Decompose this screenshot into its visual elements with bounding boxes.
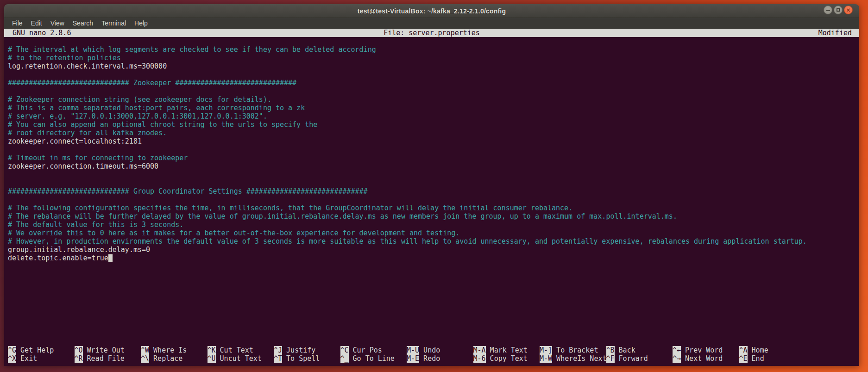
editor-line bbox=[8, 195, 859, 204]
shortcut-label: End bbox=[748, 354, 764, 363]
shortcut-label: To Bracket bbox=[552, 346, 598, 354]
editor-lines[interactable]: # The interval at which log segments are… bbox=[4, 45, 859, 262]
editor-line: group.initial.rebalance.delay.ms=0 bbox=[8, 246, 859, 254]
shortcut-label: WhereIs Next bbox=[552, 354, 606, 363]
menu-item-file[interactable]: File bbox=[8, 18, 27, 29]
shortcut-label: Back bbox=[615, 346, 635, 354]
minimize-icon bbox=[826, 10, 830, 11]
shortcut-uncut-text: ^U Uncut Text bbox=[208, 354, 274, 363]
shortcut-label: Read File bbox=[83, 354, 125, 363]
shortcut-read-file: ^R Read File bbox=[75, 354, 141, 363]
shortcut-label: Next Word bbox=[681, 354, 723, 363]
shortcut-label: Where Is bbox=[149, 346, 187, 354]
shortcut-key: ^B bbox=[606, 346, 615, 354]
shortcut-key: ^R bbox=[75, 354, 83, 363]
shortcut-home: ^A Home bbox=[739, 346, 806, 354]
shortcut-row-top: ^G Get Help^O Write Out^W Where Is^K Cut… bbox=[8, 346, 859, 354]
menu-item-view[interactable]: View bbox=[46, 18, 69, 29]
editor-line: # The default value for this is 3 second… bbox=[8, 221, 859, 229]
shortcut-key: M-6 bbox=[473, 354, 486, 363]
shortcut-key: M-W bbox=[540, 354, 552, 363]
shortcut-label: Cur Pos bbox=[349, 346, 382, 354]
terminal-screen[interactable]: GNU nano 2.8.6 File: server.properties M… bbox=[4, 29, 859, 366]
editor-line bbox=[8, 145, 859, 154]
shortcut-write-out: ^O Write Out bbox=[75, 346, 141, 354]
terminal-window: test@test-VirtualBox: ~/kafka_2.12-2.1.0… bbox=[4, 4, 859, 366]
window-titlebar[interactable]: test@test-VirtualBox: ~/kafka_2.12-2.1.0… bbox=[4, 4, 859, 18]
shortcut-redo: M-E Redo bbox=[407, 354, 473, 363]
shortcut-key: M-U bbox=[407, 346, 419, 354]
shortcut-key: ^X bbox=[8, 354, 16, 363]
shortcut-label: Prev Word bbox=[681, 346, 723, 354]
editor-line bbox=[8, 87, 859, 95]
shortcut-label: Write Out bbox=[83, 346, 125, 354]
shortcut-key: M-E bbox=[407, 354, 419, 363]
shortcut-key: ^K bbox=[208, 346, 216, 354]
shortcut-label: Exit bbox=[16, 354, 37, 363]
text-cursor bbox=[108, 254, 113, 262]
nano-filename: File: server.properties bbox=[4, 29, 859, 37]
shortcut-key: ^\ bbox=[141, 354, 149, 363]
shortcut-key: M-A bbox=[473, 346, 486, 354]
shortcut-replace: ^\ Replace bbox=[141, 354, 208, 363]
shortcut-to-bracket: M-] To Bracket bbox=[540, 346, 606, 354]
shortcut-label: Undo bbox=[419, 346, 440, 354]
editor-line: # server. e.g. "127.0.0.1:3000,127.0.0.1… bbox=[8, 112, 859, 120]
maximize-button[interactable] bbox=[834, 6, 843, 14]
shortcut-label: Copy Text bbox=[486, 354, 528, 363]
shortcut-key: ^C bbox=[340, 346, 349, 354]
shortcut-undo: M-U Undo bbox=[407, 346, 473, 354]
shortcut-end: ^E End bbox=[739, 354, 806, 363]
shortcut-key: ^→ bbox=[673, 354, 681, 363]
editor-empty-area[interactable] bbox=[4, 262, 859, 346]
minimize-button[interactable] bbox=[824, 6, 832, 14]
shortcut-key: ^E bbox=[739, 354, 748, 363]
menu-item-edit[interactable]: Edit bbox=[27, 18, 46, 29]
shortcut-row-bottom: ^X Exit^R Read File^\ Replace^U Uncut Te… bbox=[8, 354, 859, 363]
menu-bar: FileEditViewSearchTerminalHelp bbox=[4, 18, 859, 29]
editor-line: # This is a comma separated host:port pa… bbox=[8, 104, 859, 112]
shortcut-prev-word: ^← Prev Word bbox=[673, 346, 739, 354]
editor-line bbox=[8, 170, 859, 179]
close-icon: ✕ bbox=[846, 7, 850, 13]
shortcut-exit: ^X Exit bbox=[8, 354, 75, 363]
shortcut-copy-text: M-6 Copy Text bbox=[473, 354, 540, 363]
shortcut-label: Uncut Text bbox=[216, 354, 262, 363]
editor-line: # The rebalance will be further delayed … bbox=[8, 212, 859, 221]
menu-item-search[interactable]: Search bbox=[69, 18, 97, 29]
nano-shortcut-bar: ^G Get Help^O Write Out^W Where Is^K Cut… bbox=[4, 346, 859, 363]
editor-line: # The interval at which log segments are… bbox=[8, 45, 859, 54]
editor-line: # You can also append an optional chroot… bbox=[8, 120, 859, 129]
editor-line: # root directory for all kafka znodes. bbox=[8, 129, 859, 137]
shortcut-key: ^F bbox=[606, 354, 615, 363]
shortcut-key: ^_ bbox=[340, 354, 349, 363]
editor-line: delete.topic.enable=true bbox=[8, 254, 859, 262]
shortcut-key: ^J bbox=[274, 346, 282, 354]
editor-line: ############################# Zookeeper … bbox=[8, 79, 859, 87]
shortcut-key: ^O bbox=[75, 346, 83, 354]
editor-line bbox=[8, 70, 859, 79]
shortcut-to-spell: ^T To Spell bbox=[274, 354, 340, 363]
shortcut-get-help: ^G Get Help bbox=[8, 346, 75, 354]
editor-line bbox=[8, 179, 859, 187]
shortcut-whereis-next: M-W WhereIs Next bbox=[540, 354, 606, 363]
shortcut-key: ^W bbox=[141, 346, 149, 354]
editor-line: zookeeper.connect=localhost:2181 bbox=[8, 137, 859, 145]
editor-line: # Zookeeper connection string (see zooke… bbox=[8, 95, 859, 104]
close-button[interactable]: ✕ bbox=[844, 6, 853, 14]
shortcut-label: Mark Text bbox=[486, 346, 528, 354]
shortcut-cut-text: ^K Cut Text bbox=[208, 346, 274, 354]
shortcut-key: ^T bbox=[274, 354, 282, 363]
window-controls: ✕ bbox=[824, 6, 853, 14]
shortcut-go-to-line: ^_ Go To Line bbox=[340, 354, 407, 363]
shortcut-label: Go To Line bbox=[349, 354, 395, 363]
shortcut-back: ^B Back bbox=[606, 346, 673, 354]
menu-item-terminal[interactable]: Terminal bbox=[97, 18, 130, 29]
nano-header-bar: GNU nano 2.8.6 File: server.properties M… bbox=[4, 29, 859, 37]
menu-item-help[interactable]: Help bbox=[130, 18, 152, 29]
editor-line: # Timeout in ms for connecting to zookee… bbox=[8, 154, 859, 162]
shortcut-label: To Spell bbox=[282, 354, 320, 363]
shortcut-label: Cut Text bbox=[216, 346, 253, 354]
shortcut-label: Home bbox=[748, 346, 768, 354]
blank-row bbox=[4, 37, 859, 45]
